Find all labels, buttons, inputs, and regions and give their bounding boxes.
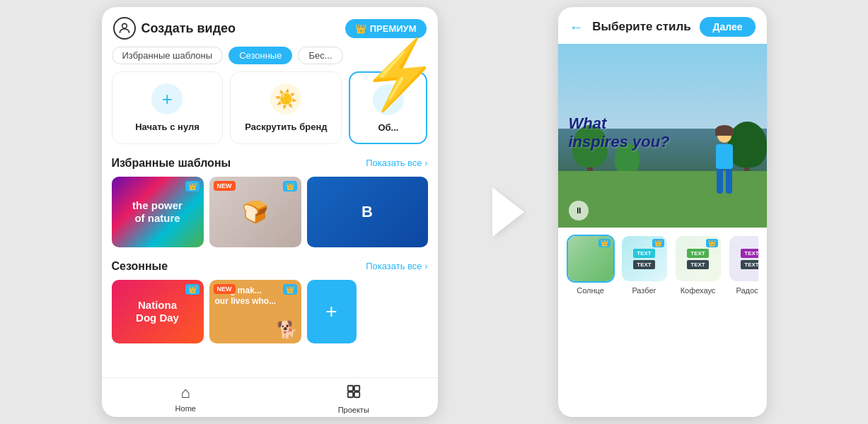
bottom-nav: ⌂ Home Проекты xyxy=(102,377,438,417)
nav-home-label: Home xyxy=(175,404,196,413)
style-thumb-radost: TEXT TEXT 👑 xyxy=(728,235,758,283)
dog-crown: 👑 xyxy=(283,284,297,295)
video-scene: Whatinspires you? ⏸ xyxy=(558,44,767,228)
sun-icon: ☀️ xyxy=(270,83,301,114)
style-items-row: 👑 Солнце TEXT TEXT 👑 Разбег xyxy=(567,235,758,295)
thumb-food[interactable]: 🍞 NEW 👑 xyxy=(209,177,301,247)
girl-hair xyxy=(715,125,734,136)
seasonal-show-all[interactable]: Показать все › xyxy=(366,261,427,271)
seasonal-section-header: Сезонные Показать все › xyxy=(112,260,428,273)
style-item-kofe[interactable]: TEXT TEXT 👑 Кофехаус xyxy=(674,235,722,295)
arrow-container xyxy=(480,187,537,237)
svg-rect-4 xyxy=(354,392,359,397)
plus-icon: + xyxy=(151,83,183,114)
girl-leg-left xyxy=(717,169,723,194)
new-badge: NEW xyxy=(214,181,236,191)
app-container: Создать видео 👑 ПРЕМИУМ Избранные шаблон… xyxy=(0,0,868,424)
kofe-label: Кофехаус xyxy=(681,286,716,295)
nav-home[interactable]: ⌂ Home xyxy=(102,384,270,414)
national-crown: 👑 xyxy=(185,284,199,295)
thumb-blue[interactable]: B xyxy=(307,177,428,247)
featured-section-header: Избранные шаблоны Показать все › xyxy=(112,157,428,170)
dog-new-badge: NEW xyxy=(214,284,236,294)
girl-head xyxy=(717,129,731,143)
lightning-icon: ⚡ xyxy=(357,39,441,109)
girl-leg-right xyxy=(726,169,732,194)
left-content: + Начать с нуля ☀️ Раскрутить бренд Об..… xyxy=(102,71,438,377)
template-card-brand[interactable]: ☀️ Раскрутить бренд xyxy=(230,71,342,144)
featured-show-all[interactable]: Показать все › xyxy=(366,158,427,168)
video-overlay-text: Whatinspires you? xyxy=(569,114,670,152)
svg-rect-1 xyxy=(348,386,353,391)
projects-icon xyxy=(346,384,361,404)
svg-rect-3 xyxy=(348,392,353,397)
nature-text: the powerof nature xyxy=(129,196,186,228)
featured-thumbnails: the powerof nature 👑 🍞 NEW 👑 B xyxy=(112,177,428,247)
svg-rect-2 xyxy=(354,386,359,391)
girl-figure xyxy=(703,129,746,199)
scratch-label: Начать с нуля xyxy=(135,122,199,134)
style-item-solnce[interactable]: 👑 Солнце xyxy=(567,235,615,295)
back-arrow-icon: ← xyxy=(569,19,584,35)
thumb-dog-quote[interactable]: "Dog mak...our lives who... NEW 👑 🐕 xyxy=(209,280,301,343)
thumb-nature[interactable]: the powerof nature 👑 xyxy=(112,177,204,247)
tab-free[interactable]: Бес... xyxy=(298,47,342,64)
crown-badge: 👑 xyxy=(185,181,199,192)
next-button[interactable]: Далее xyxy=(700,17,755,37)
other-label: Об... xyxy=(378,122,398,134)
tab-featured[interactable]: Избранные шаблоны xyxy=(112,47,224,64)
style-item-razbeg[interactable]: TEXT TEXT 👑 Разбег xyxy=(620,235,669,295)
video-preview: Whatinspires you? ⏸ xyxy=(558,44,767,228)
tab-seasonal[interactable]: Сезонные xyxy=(228,47,292,64)
dog-icon: 🐕 xyxy=(277,320,298,340)
radost-bg: TEXT TEXT xyxy=(729,236,758,281)
add-button[interactable]: + xyxy=(307,280,357,343)
style-thumb-razbeg: TEXT TEXT 👑 xyxy=(620,235,669,283)
nav-projects-label: Проекты xyxy=(338,406,369,414)
crown-icon: 👑 xyxy=(355,23,366,34)
template-card-scratch[interactable]: + Начать с нуля xyxy=(112,71,224,144)
style-thumb-kofe: TEXT TEXT 👑 xyxy=(674,235,722,283)
seasonal-thumbnails: NationaDog Day 👑 "Dog mak...our lives wh… xyxy=(112,280,428,343)
style-thumb-solnce: 👑 xyxy=(567,235,615,283)
video-controls: ⏸ xyxy=(569,201,589,220)
pause-button[interactable]: ⏸ xyxy=(569,201,589,220)
pause-icon: ⏸ xyxy=(574,206,583,216)
kofe-crown: 👑 xyxy=(706,239,718,247)
svg-point-0 xyxy=(122,23,127,28)
national-text: NationaDog Day xyxy=(136,299,179,324)
page-title: Создать видео xyxy=(141,21,236,36)
premium-button[interactable]: 👑 ПРЕМИУМ xyxy=(345,19,427,38)
solnce-crown: 👑 xyxy=(598,239,611,247)
food-crown-badge: 👑 xyxy=(283,181,297,192)
seasonal-title: Сезонные xyxy=(112,260,168,273)
avatar-icon[interactable] xyxy=(113,17,136,40)
home-icon: ⌂ xyxy=(181,384,190,402)
blue-text: B xyxy=(361,203,373,221)
razbeg-label: Разбег xyxy=(632,286,656,295)
right-title: Выберите стиль xyxy=(592,20,691,34)
back-button[interactable]: ← xyxy=(569,19,584,35)
nav-projects[interactable]: Проекты xyxy=(270,384,438,414)
girl-body xyxy=(716,144,733,169)
girl-legs xyxy=(703,169,746,194)
right-header: ← Выберите стиль Далее xyxy=(558,7,767,44)
radost-label: Радост... xyxy=(736,286,758,295)
solnce-label: Солнце xyxy=(577,286,604,295)
brand-label: Раскрутить бренд xyxy=(245,122,327,134)
razbeg-crown: 👑 xyxy=(652,239,664,247)
style-item-radost[interactable]: TEXT TEXT 👑 Радост... xyxy=(728,235,758,295)
chevron-right-icon xyxy=(492,187,524,237)
thumb-national[interactable]: NationaDog Day 👑 xyxy=(112,280,204,343)
right-panel: ← Выберите стиль Далее xyxy=(558,7,767,417)
featured-title: Избранные шаблоны xyxy=(112,157,231,170)
style-selector: 👑 Солнце TEXT TEXT 👑 Разбег xyxy=(558,228,767,417)
